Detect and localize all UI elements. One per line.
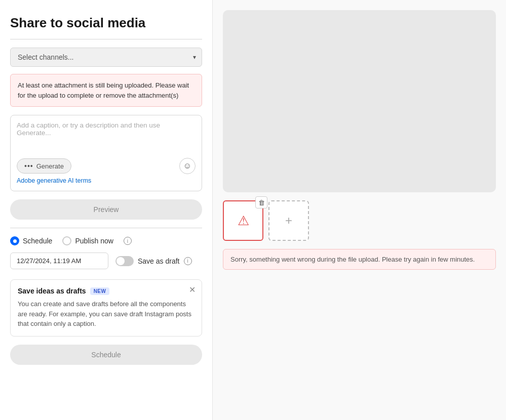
- upload-warning-message: At least one attachment is still being u…: [10, 74, 202, 107]
- schedule-divider: [10, 228, 202, 228]
- datetime-input[interactable]: [10, 253, 108, 269]
- error-thumbnail: 🗑 ⚠: [223, 200, 263, 241]
- save-drafts-card: Save ideas as drafts NEW ✕ You can creat…: [10, 279, 202, 337]
- generate-label: Generate: [36, 162, 64, 170]
- close-drafts-card-button[interactable]: ✕: [189, 286, 196, 294]
- upload-error-message: Sorry, something went wrong during the f…: [223, 249, 496, 270]
- preview-image-area: [223, 10, 496, 192]
- publish-options: Schedule Publish now i: [10, 236, 202, 245]
- warning-triangle-icon: ⚠: [238, 213, 249, 229]
- publish-info-icon[interactable]: i: [124, 237, 132, 245]
- title-divider: [10, 39, 202, 39]
- schedule-radio[interactable]: [10, 236, 19, 245]
- caption-box: ••• Generate ☺ Adobe generative AI terms: [10, 115, 202, 191]
- draft-toggle-row: Save as draft i: [115, 256, 192, 266]
- publish-now-label: Publish now: [75, 237, 113, 245]
- add-thumbnail-button[interactable]: +: [268, 200, 309, 241]
- channel-select[interactable]: Select channels... Instagram Facebook Tw…: [10, 48, 202, 67]
- save-as-draft-label: Save as draft: [138, 257, 180, 265]
- emoji-picker-button[interactable]: ☺: [179, 158, 196, 174]
- generate-dots: •••: [24, 162, 33, 170]
- preview-button[interactable]: Preview: [10, 199, 202, 220]
- new-badge: NEW: [90, 287, 110, 295]
- caption-actions: ••• Generate ☺: [17, 158, 196, 174]
- upload-thumbnails: 🗑 ⚠ +: [223, 200, 496, 241]
- left-panel: Share to social media Select channels...…: [0, 0, 213, 420]
- schedule-submit-button[interactable]: Schedule: [10, 345, 202, 365]
- generate-button[interactable]: ••• Generate: [17, 158, 71, 174]
- channel-select-wrapper: Select channels... Instagram Facebook Tw…: [10, 48, 202, 67]
- save-drafts-title: Save ideas as drafts: [18, 287, 86, 295]
- schedule-option[interactable]: Schedule: [10, 236, 52, 245]
- draft-info-icon[interactable]: i: [184, 257, 192, 265]
- right-panel: 🗑 ⚠ + Sorry, something went wrong during…: [213, 0, 506, 420]
- publish-now-radio[interactable]: [62, 236, 71, 245]
- save-drafts-body: You can create and save drafts before al…: [18, 299, 194, 329]
- page-title: Share to social media: [10, 15, 202, 31]
- save-as-draft-toggle[interactable]: [115, 256, 134, 266]
- datetime-row: Save as draft i: [10, 253, 202, 269]
- delete-thumbnail-button[interactable]: 🗑: [255, 196, 267, 208]
- caption-input[interactable]: [17, 121, 196, 152]
- publish-now-option[interactable]: Publish now: [62, 236, 113, 245]
- schedule-label: Schedule: [23, 237, 52, 245]
- ai-terms-link[interactable]: Adobe generative AI terms: [17, 177, 91, 184]
- save-drafts-header: Save ideas as drafts NEW: [18, 287, 194, 295]
